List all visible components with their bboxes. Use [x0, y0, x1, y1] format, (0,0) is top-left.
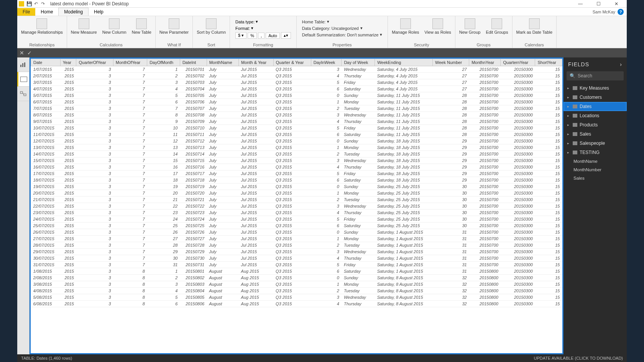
- table-cell[interactable]: 0: [311, 183, 342, 190]
- table-cell[interactable]: 28/07/2015: [31, 242, 61, 249]
- table-cell[interactable]: Q3 2015: [273, 164, 311, 170]
- table-cell[interactable]: 5: [311, 79, 342, 86]
- table-cell[interactable]: 20150700: [469, 99, 501, 105]
- table-cell[interactable]: July: [207, 249, 238, 255]
- table-cell[interactable]: 3: [76, 125, 113, 131]
- table-cell[interactable]: Aug 2015: [239, 268, 273, 275]
- table-cell[interactable]: 20150704: [180, 86, 207, 92]
- table-cell[interactable]: 20150705: [180, 92, 207, 99]
- table-cell[interactable]: 24: [147, 216, 180, 223]
- table-cell[interactable]: 15: [535, 144, 562, 151]
- table-cell[interactable]: 2015: [60, 281, 76, 288]
- table-cell[interactable]: July: [207, 242, 238, 249]
- table-cell[interactable]: 3: [147, 79, 180, 86]
- table-row[interactable]: 4/07/2015201537420150704JulyJul 2015Q3 2…: [31, 86, 562, 92]
- table-cell[interactable]: Jul 2015: [239, 177, 273, 183]
- table-cell[interactable]: 2015: [60, 223, 76, 229]
- table-cell[interactable]: 20150700: [469, 177, 501, 183]
- table-cell[interactable]: Thursday: [342, 301, 375, 307]
- table-cell[interactable]: 6/07/2015: [31, 99, 61, 105]
- table-cell[interactable]: July: [207, 157, 238, 164]
- table-cell[interactable]: 4: [311, 301, 342, 307]
- table-cell[interactable]: Thursday: [342, 255, 375, 262]
- table-cell[interactable]: 20150300: [501, 105, 535, 112]
- table-cell[interactable]: Q3 2015: [273, 294, 311, 301]
- table-cell[interactable]: Saturday, 25 July 2015: [375, 203, 433, 210]
- table-cell[interactable]: 20150700: [469, 138, 501, 144]
- table-cell[interactable]: 2015: [60, 99, 76, 105]
- table-cell[interactable]: 2015: [60, 301, 76, 307]
- table-cell[interactable]: 20150700: [469, 125, 501, 131]
- table-cell[interactable]: 2015: [60, 210, 76, 216]
- table-cell[interactable]: July: [207, 92, 238, 99]
- table-cell[interactable]: 2015: [60, 255, 76, 262]
- table-cell[interactable]: 2015: [60, 164, 76, 170]
- table-cell[interactable]: 28: [433, 112, 469, 118]
- table-cell[interactable]: August: [207, 268, 238, 275]
- data-category-label[interactable]: Data Category: Uncategorized: [302, 26, 359, 31]
- table-cell[interactable]: 20150300: [501, 73, 535, 79]
- table-cell[interactable]: Q3 2015: [273, 138, 311, 144]
- table-cell[interactable]: Jul 2015: [239, 144, 273, 151]
- table-cell[interactable]: 20150300: [501, 138, 535, 144]
- table-cell[interactable]: Q3 2015: [273, 151, 311, 157]
- modeling-tab[interactable]: Modeling: [58, 8, 89, 16]
- table-cell[interactable]: July: [207, 112, 238, 118]
- table-cell[interactable]: 31: [147, 262, 180, 268]
- table-cell[interactable]: 7: [113, 125, 147, 131]
- table-cell[interactable]: Jul 2015: [239, 79, 273, 86]
- table-cell[interactable]: 20150300: [501, 125, 535, 131]
- table-cell[interactable]: 3: [76, 294, 113, 301]
- table-cell[interactable]: 29: [433, 151, 469, 157]
- column-header[interactable]: Week Number: [433, 59, 469, 66]
- table-cell[interactable]: 7: [113, 86, 147, 92]
- table-cell[interactable]: 6: [147, 99, 180, 105]
- table-cell[interactable]: 15: [535, 236, 562, 242]
- table-cell[interactable]: 32: [433, 281, 469, 288]
- table-cell[interactable]: 3: [76, 73, 113, 79]
- table-cell[interactable]: 20150300: [501, 151, 535, 157]
- table-cell[interactable]: 2015: [60, 92, 76, 99]
- format-dropdown[interactable]: ▾: [251, 26, 253, 31]
- formula-cancel-icon[interactable]: ✕: [20, 50, 24, 56]
- table-cell[interactable]: 20150700: [469, 216, 501, 223]
- table-cell[interactable]: 2015: [60, 183, 76, 190]
- table-cell[interactable]: 20150300: [501, 249, 535, 255]
- maximize-button[interactable]: ☐: [593, 1, 604, 7]
- table-cell[interactable]: 20150300: [501, 236, 535, 242]
- table-cell[interactable]: 1/08/2015: [31, 268, 61, 275]
- table-cell[interactable]: Jul 2015: [239, 138, 273, 144]
- table-cell[interactable]: 28: [433, 92, 469, 99]
- table-cell[interactable]: 1: [311, 236, 342, 242]
- table-cell[interactable]: Saturday, 8 August 2015: [375, 301, 433, 307]
- table-cell[interactable]: 5: [311, 125, 342, 131]
- table-cell[interactable]: 3: [76, 255, 113, 262]
- table-cell[interactable]: 20150300: [501, 301, 535, 307]
- table-row[interactable]: 5/08/2015201538520150805AugustAug 2015Q3…: [31, 294, 562, 301]
- user-name[interactable]: Sam McKay: [593, 10, 615, 14]
- table-row[interactable]: 11/07/20152015371120150711JulyJul 2015Q3…: [31, 131, 562, 138]
- table-cell[interactable]: 15: [535, 86, 562, 92]
- decimals-spinner[interactable]: ▴▾: [281, 32, 291, 39]
- fields-field-item[interactable]: Sales: [564, 174, 627, 182]
- table-cell[interactable]: 0: [311, 229, 342, 236]
- table-cell[interactable]: July: [207, 255, 238, 262]
- table-cell[interactable]: 20150700: [469, 223, 501, 229]
- table-cell[interactable]: 3: [76, 203, 113, 210]
- table-cell[interactable]: 4: [311, 164, 342, 170]
- table-row[interactable]: 20/07/20152015372020150720JulyJul 2015Q3…: [31, 190, 562, 197]
- table-cell[interactable]: 28: [433, 99, 469, 105]
- table-cell[interactable]: Jul 2015: [239, 242, 273, 249]
- table-cell[interactable]: 2015: [60, 249, 76, 255]
- table-cell[interactable]: 20150800: [469, 275, 501, 281]
- table-cell[interactable]: Aug 2015: [239, 281, 273, 288]
- table-cell[interactable]: 21: [147, 197, 180, 203]
- table-cell[interactable]: 11/07/2015: [31, 131, 61, 138]
- table-cell[interactable]: 2: [311, 105, 342, 112]
- column-header[interactable]: Year: [60, 59, 76, 66]
- table-cell[interactable]: Saturday, 25 July 2015: [375, 210, 433, 216]
- table-cell[interactable]: 3: [76, 242, 113, 249]
- table-cell[interactable]: 20: [147, 190, 180, 197]
- table-row[interactable]: 5/07/2015201537520150705JulyJul 2015Q3 2…: [31, 92, 562, 99]
- table-cell[interactable]: 15: [535, 170, 562, 177]
